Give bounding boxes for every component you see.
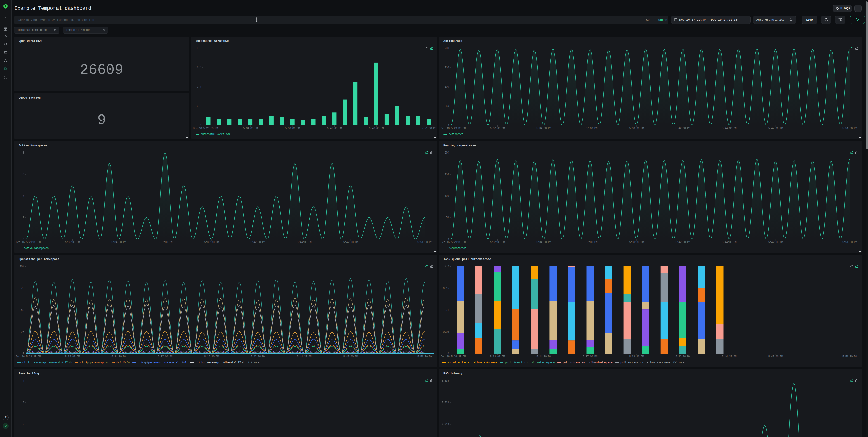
svg-text:0.029: 0.029	[442, 401, 449, 404]
svg-text:0.019: 0.019	[442, 423, 449, 426]
svg-text:0.038: 0.038	[442, 379, 449, 382]
